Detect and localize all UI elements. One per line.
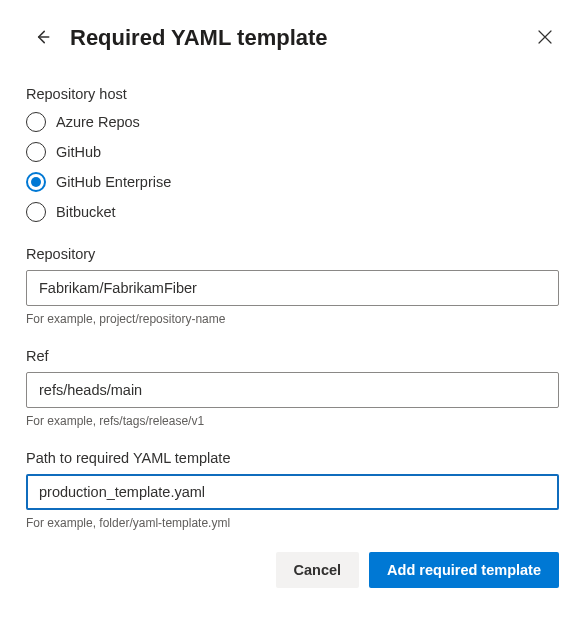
radio-icon <box>26 112 46 132</box>
close-icon <box>538 30 552 47</box>
radio-option-github[interactable]: GitHub <box>26 142 559 162</box>
back-button[interactable] <box>28 24 56 52</box>
radio-option-github-enterprise[interactable]: GitHub Enterprise <box>26 172 559 192</box>
radio-label: Bitbucket <box>56 204 116 220</box>
dialog-header: Required YAML template <box>26 24 559 52</box>
path-helper: For example, folder/yaml-template.yml <box>26 516 559 530</box>
arrow-left-icon <box>33 28 51 49</box>
dialog-footer: Cancel Add required template <box>26 552 559 588</box>
radio-icon <box>26 142 46 162</box>
path-input[interactable] <box>26 474 559 510</box>
ref-input[interactable] <box>26 372 559 408</box>
radio-label: Azure Repos <box>56 114 140 130</box>
add-required-template-button[interactable]: Add required template <box>369 552 559 588</box>
radio-option-azure-repos[interactable]: Azure Repos <box>26 112 559 132</box>
path-label: Path to required YAML template <box>26 450 559 466</box>
dialog-title: Required YAML template <box>70 25 517 51</box>
ref-field: Ref For example, refs/tags/release/v1 <box>26 348 559 428</box>
repository-host-radio-group: Azure Repos GitHub GitHub Enterprise Bit… <box>26 112 559 222</box>
radio-option-bitbucket[interactable]: Bitbucket <box>26 202 559 222</box>
radio-icon <box>26 202 46 222</box>
radio-label: GitHub Enterprise <box>56 174 171 190</box>
close-button[interactable] <box>531 24 559 52</box>
radio-label: GitHub <box>56 144 101 160</box>
repository-label: Repository <box>26 246 559 262</box>
radio-icon <box>26 172 46 192</box>
repository-host-label: Repository host <box>26 86 559 102</box>
cancel-button[interactable]: Cancel <box>276 552 360 588</box>
repository-helper: For example, project/repository-name <box>26 312 559 326</box>
repository-input[interactable] <box>26 270 559 306</box>
repository-field: Repository For example, project/reposito… <box>26 246 559 326</box>
path-field: Path to required YAML template For examp… <box>26 450 559 530</box>
ref-label: Ref <box>26 348 559 364</box>
ref-helper: For example, refs/tags/release/v1 <box>26 414 559 428</box>
